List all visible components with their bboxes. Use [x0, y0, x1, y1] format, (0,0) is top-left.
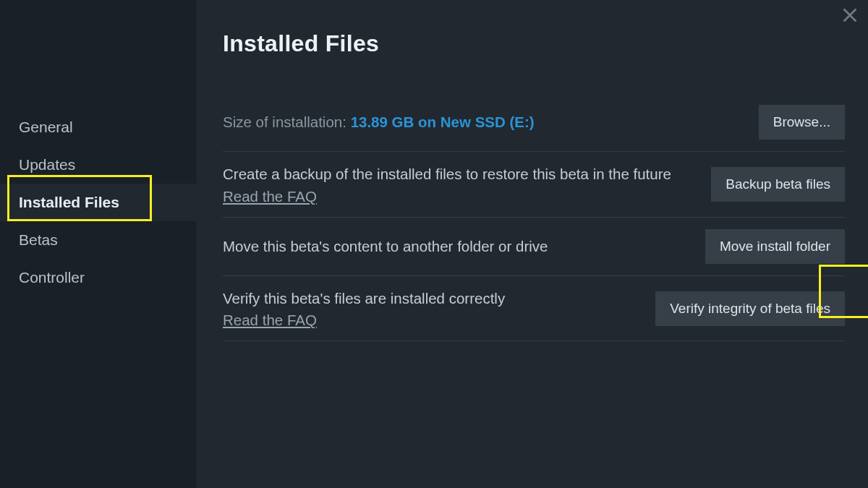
verify-desc: Verify this beta's files are installed c… [223, 288, 505, 309]
size-label: Size of installation: [223, 114, 351, 130]
row-backup: Create a backup of the installed files t… [223, 152, 845, 218]
size-value: 13.89 GB on New SSD (E:) [351, 114, 535, 130]
close-icon[interactable] [842, 7, 858, 23]
page-title: Installed Files [223, 30, 845, 57]
sidebar: General Updates Installed Files Betas Co… [0, 0, 197, 488]
sidebar-item-general[interactable]: General [0, 108, 197, 146]
sidebar-item-updates[interactable]: Updates [0, 146, 197, 184]
sidebar-item-betas[interactable]: Betas [0, 221, 197, 259]
browse-button[interactable]: Browse... [759, 105, 845, 140]
backup-faq-link[interactable]: Read the FAQ [223, 188, 317, 205]
backup-beta-files-button[interactable]: Backup beta files [711, 167, 845, 202]
verify-integrity-button[interactable]: Verify integrity of beta files [655, 291, 845, 326]
backup-desc: Create a backup of the installed files t… [223, 163, 671, 185]
row-verify: Verify this beta's files are installed c… [223, 276, 845, 342]
verify-faq-link[interactable]: Read the FAQ [223, 312, 317, 329]
row-move: Move this beta's content to another fold… [223, 218, 845, 276]
move-install-folder-button[interactable]: Move install folder [705, 229, 845, 264]
move-desc: Move this beta's content to another fold… [223, 236, 548, 257]
row-size: Size of installation: 13.89 GB on New SS… [223, 93, 845, 152]
main-panel: Installed Files Size of installation: 13… [197, 0, 868, 488]
sidebar-item-installed-files[interactable]: Installed Files [0, 184, 197, 221]
sidebar-item-controller[interactable]: Controller [0, 259, 197, 296]
